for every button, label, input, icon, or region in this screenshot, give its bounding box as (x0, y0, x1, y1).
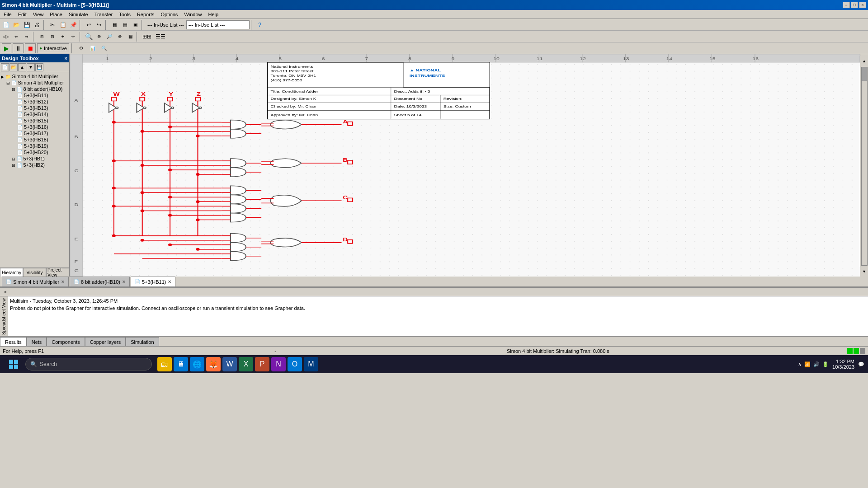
tree-item-14[interactable]: ⊟ 📄 5+3(HB2) (1, 162, 68, 168)
sch-tab-adder-close[interactable]: ✕ (122, 279, 126, 284)
vertical-scrollbar-thumb[interactable] (862, 67, 867, 81)
zoom-area-btn[interactable]: 🔎 (104, 32, 114, 42)
help-btn[interactable]: ? (255, 20, 265, 30)
tree-item-2[interactable]: ⊟ 📄 8 bit adder(HB10) (1, 86, 68, 92)
tree-item-7[interactable]: 📄 5+3(HB15) (1, 117, 68, 124)
inuse-dropdown[interactable]: --- In-Use List --- (186, 20, 250, 29)
play-button[interactable]: ▶ (2, 43, 11, 53)
toolbox-close[interactable]: × (65, 56, 67, 61)
taskbar-edge[interactable]: 🌐 (190, 357, 204, 371)
bottom-tab-results[interactable]: Results (0, 337, 27, 346)
tb-btn3[interactable]: ▲ (18, 63, 26, 71)
tree-item-5[interactable]: 📄 5+3(HB13) (1, 105, 68, 111)
bottom-close-btn[interactable]: × (2, 289, 9, 296)
tb-btn1[interactable]: 📄 (1, 63, 9, 71)
taskbar-onenote[interactable]: N (271, 357, 286, 371)
taskbar-explorer[interactable]: 🗂 (157, 357, 172, 371)
bottom-tab-components[interactable]: Components (47, 337, 85, 346)
menu-options[interactable]: Options (158, 11, 180, 18)
tree-item-8[interactable]: 📄 5+3(HB16) (1, 124, 68, 130)
copy-btn[interactable]: 📋 (58, 20, 68, 30)
tree-item-13[interactable]: ⊟ 📄 5+3(HB1) (1, 155, 68, 162)
tb2-btn2[interactable]: ⇐ (11, 32, 21, 42)
menu-simulate[interactable]: Simulate (66, 11, 91, 18)
tree-item-11[interactable]: 📄 5+3(HB19) (1, 143, 68, 149)
tree-item-6[interactable]: 📄 5+3(HB14) (1, 111, 68, 117)
sch-tab-hb11-close[interactable]: ✕ (168, 279, 171, 284)
taskbar-multisim[interactable]: M (304, 357, 318, 371)
bottom-tab-nets[interactable]: Nets (27, 337, 47, 346)
sch-tab-multiplier[interactable]: 📄 Simon 4 bit Multiplier ✕ (2, 277, 69, 286)
vertical-scrollbar-track[interactable] (861, 67, 868, 266)
scroll-down-btn[interactable]: ▼ (859, 267, 868, 277)
taskbar-outlook[interactable]: O (288, 357, 302, 371)
bottom-tab-simulation[interactable]: Simulation (126, 337, 159, 346)
zoom-in-btn[interactable]: ▦ (109, 20, 119, 30)
zoom-plus-btn[interactable]: 🔍 (84, 32, 94, 42)
tb-btn4[interactable]: ▼ (27, 63, 35, 71)
zoom-full-btn[interactable]: ▤ (120, 20, 130, 30)
taskbar-excel[interactable]: X (239, 357, 253, 371)
tree-item-12[interactable]: 📄 5+3(HB20) (1, 149, 68, 155)
window-controls[interactable]: − □ × (843, 2, 866, 8)
tab-visibility[interactable]: Visibility (23, 268, 46, 277)
paste-btn[interactable]: 📌 (68, 20, 78, 30)
cut-btn[interactable]: ✂ (47, 20, 57, 30)
volume-icon[interactable]: 🔊 (813, 361, 820, 367)
taskbar-word[interactable]: W (222, 357, 237, 371)
sim-probe-btn[interactable]: 🔍 (99, 43, 109, 53)
tb2-btn4[interactable]: ⊞ (37, 32, 47, 42)
tb2-btn5[interactable]: ⊟ (47, 32, 57, 42)
tree-item-3[interactable]: 📄 5+3(HB11) (1, 92, 68, 99)
tb2-btn1[interactable]: ◁▷ (1, 32, 11, 42)
menu-transfer[interactable]: Transfer (92, 11, 116, 18)
sim-settings-btn[interactable]: ⚙ (76, 43, 86, 53)
sim-grapher-btn[interactable]: 📊 (88, 43, 98, 53)
menu-tools[interactable]: Tools (116, 11, 133, 18)
bottom-tab-copper[interactable]: Copper layers (85, 337, 126, 346)
sch-tab-hb11[interactable]: 📄 5+3(HB11) ✕ (131, 277, 176, 286)
close-btn[interactable]: × (859, 2, 866, 8)
pause-button[interactable]: ⏸ (13, 43, 24, 53)
tb-btn2[interactable]: 📂 (9, 63, 18, 71)
start-button[interactable] (4, 357, 24, 371)
sch-tab-adder[interactable]: 📄 8 bit adder(HB10) ✕ (70, 277, 130, 286)
menu-help[interactable]: Help (206, 11, 222, 18)
taskbar-firefox[interactable]: 🦊 (206, 357, 221, 371)
tray-chevron[interactable]: ∧ (798, 361, 802, 367)
maximize-btn[interactable]: □ (851, 2, 858, 8)
tree-item-10[interactable]: 📄 5+3(HB18) (1, 136, 68, 143)
open-btn[interactable]: 📂 (11, 20, 21, 30)
taskbar-powerpoint[interactable]: P (255, 357, 269, 371)
scroll-up-btn[interactable]: ▲ (859, 56, 868, 66)
menu-edit[interactable]: Edit (15, 11, 29, 18)
notification-icon[interactable]: 💬 (858, 361, 864, 367)
time-display[interactable]: 1:32 PM 10/3/2023 (832, 359, 854, 370)
stop-button[interactable]: ⏹ (25, 43, 36, 53)
tb2-btn7[interactable]: ✏ (68, 32, 78, 42)
tree-item-0[interactable]: ▶ 📁 Simon 4 bit Multiplier (1, 73, 68, 80)
print-btn[interactable]: 🖨 (32, 20, 42, 30)
redo-btn[interactable]: ↪ (94, 20, 104, 30)
new-btn[interactable]: 📄 (1, 20, 11, 30)
view-btn1[interactable]: ⊞⊞ (141, 32, 153, 42)
taskbar-terminal[interactable]: 🖥 (174, 357, 188, 371)
taskbar-search[interactable]: 🔍 Search (25, 358, 152, 371)
menu-view[interactable]: View (30, 11, 47, 18)
sch-tab-multiplier-close[interactable]: ✕ (61, 279, 65, 284)
wifi-icon[interactable]: 📶 (804, 361, 811, 367)
tab-hierarchy[interactable]: Hierarchy (0, 268, 23, 277)
tb2-btn3[interactable]: ⇒ (22, 32, 32, 42)
tree-item-1[interactable]: ⊟ 📄 Simon 4 bit Multiplier (1, 80, 68, 86)
zoom-sheet-btn[interactable]: ▣ (130, 20, 140, 30)
canvas-area[interactable]: 1 2 3 4 5 6 7 8 9 10 11 (70, 54, 860, 277)
view-btn2[interactable]: ☰☰ (154, 32, 167, 42)
save-btn[interactable]: 💾 (22, 20, 32, 30)
menu-file[interactable]: File (1, 11, 14, 18)
menu-place[interactable]: Place (47, 11, 65, 18)
interactive-mode-btn[interactable]: ● Interactive (37, 43, 69, 53)
menu-window[interactable]: Window (181, 11, 204, 18)
tb2-btn6[interactable]: + (58, 32, 68, 42)
minimize-btn[interactable]: − (843, 2, 850, 8)
tree-item-9[interactable]: 📄 5+3(HB17) (1, 130, 68, 136)
